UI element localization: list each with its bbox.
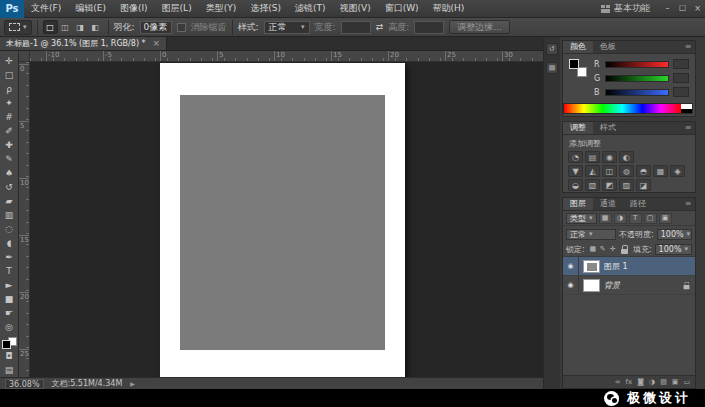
panel-menu-icon[interactable]: ≡ [681,122,695,134]
rectangle-tool[interactable]: ■ [0,292,18,306]
lock-all-icon[interactable] [621,245,628,254]
move-tool[interactable]: ✛ [0,54,18,68]
adjustment-icon[interactable]: ▧ [585,179,600,191]
document-page[interactable] [160,63,405,377]
brush-tool[interactable]: ✎ [0,152,18,166]
adjustment-icon[interactable]: ◈ [670,165,685,177]
quick-mask-mode-icon[interactable]: ◘ [0,349,18,363]
selection-mode-button[interactable]: ◧ [88,20,103,34]
lasso-tool[interactable]: ρ [0,82,18,96]
green-value-input[interactable] [673,73,689,83]
menu-item[interactable]: 滤镜(T) [288,0,333,17]
hand-tool[interactable]: ☛ [0,306,18,320]
height-input[interactable] [414,21,444,34]
green-slider[interactable] [605,75,669,82]
adjustment-icon[interactable]: ◉ [602,151,617,163]
menu-item[interactable]: 选择(S) [243,0,288,17]
menu-item[interactable]: 图像(I) [113,0,155,17]
layer-effects-icon[interactable]: fx [626,379,633,386]
visibility-eye-icon[interactable]: ◉ [563,276,579,294]
window-control-button[interactable]: – [660,0,675,17]
layer-row-background[interactable]: ◉ 背景 [563,276,695,295]
blend-mode-select[interactable]: 正常 ▾ [566,229,616,240]
horizontal-ruler[interactable]: -10-5051015202530 [30,51,543,62]
tab-color[interactable]: 颜色 [563,41,593,53]
tab-channels[interactable]: 通道 [593,198,623,210]
eraser-tool[interactable]: ▰ [0,194,18,208]
blue-slider[interactable] [605,89,669,96]
type-tool[interactable]: T [0,264,18,278]
layer-row-layer1[interactable]: ◉ 图层 1 [563,257,695,276]
layer-filter-icon[interactable]: ▢ [644,213,657,224]
width-input[interactable] [341,21,371,34]
vertical-ruler[interactable]: 051015202530 [19,62,30,377]
eyedropper-tool[interactable]: ✐ [0,124,18,138]
style-select[interactable]: 正常 ▾ [264,21,310,34]
feather-input[interactable]: 0像素 [140,21,172,34]
layer-name[interactable]: 背景 [604,280,620,291]
tab-swatches[interactable]: 色板 [593,41,623,53]
layer-group-icon[interactable]: ▧ [660,379,667,386]
new-layer-icon[interactable]: ▣ [672,379,679,386]
adjustment-layer-icon[interactable]: ◑ [649,379,655,386]
red-slider[interactable] [605,61,669,68]
ruler-origin-corner[interactable] [19,51,30,62]
refine-edge-button[interactable]: 调整边缘… [449,20,510,34]
tool-preset-picker[interactable]: ▾ [4,20,32,35]
adjustment-icon[interactable]: ◔ [568,151,583,163]
fill-select[interactable]: 100% ▾ [655,244,692,255]
layer-thumbnail[interactable] [583,279,600,292]
workspace-switcher[interactable]: 基本功能 [591,2,660,15]
color-spectrum[interactable] [564,104,681,113]
layer-mask-icon[interactable]: ◙ [637,379,644,386]
crop-tool[interactable]: # [0,110,18,124]
red-value-input[interactable] [673,59,689,69]
close-icon[interactable]: × [153,39,161,48]
layer-filter-icon[interactable]: ▦ [599,213,612,224]
rectangular-marquee-tool[interactable]: □ [0,68,18,82]
lock-option-icon[interactable]: ▦ [588,244,598,255]
window-control-button[interactable]: × [690,0,705,17]
menu-item[interactable]: 图层(L) [155,0,199,17]
opacity-select[interactable]: 100% ▾ [657,229,692,240]
layer-filter-icon[interactable]: ▣ [659,213,672,224]
adjustment-icon[interactable]: ▤ [585,151,600,163]
properties-panel-icon[interactable]: ▤ [546,62,558,74]
black-swatch[interactable] [681,109,692,114]
tab-paths[interactable]: 路径 [623,198,653,210]
status-options-arrow-icon[interactable]: ▶ [130,380,135,387]
blue-value-input[interactable] [673,87,689,97]
foreground-color-swatch[interactable] [569,59,579,69]
layer-thumbnail[interactable] [583,260,600,273]
lock-option-icon[interactable]: ✛ [608,244,618,255]
history-brush-tool[interactable]: ↺ [0,180,18,194]
ramp-white-black-end[interactable] [681,104,692,113]
adjustment-icon[interactable]: ◭ [585,165,600,177]
link-layers-icon[interactable]: ∞ [615,379,621,386]
adjustment-icon[interactable]: ◒ [568,179,583,191]
tab-layers[interactable]: 图层 [563,198,593,210]
pasteboard[interactable] [30,62,543,377]
color-ramp[interactable] [563,103,693,114]
adjustment-icon[interactable]: ◍ [619,165,634,177]
menu-item[interactable]: 帮助(H) [426,0,472,17]
panel-menu-icon[interactable]: ≡ [681,41,695,53]
gray-rectangle-layer[interactable] [180,95,385,350]
foreground-background-swatches[interactable] [0,339,19,347]
adjustment-icon[interactable]: ◐ [619,151,634,163]
menu-item[interactable]: 类型(Y) [199,0,244,17]
document-tab[interactable]: 未标题-1 @ 36.1% (图层 1, RGB/8) * × [0,37,167,50]
adjustment-icon[interactable]: ◪ [636,179,651,191]
visibility-eye-icon[interactable]: ◉ [563,257,579,275]
tab-styles[interactable]: 样式 [593,122,623,134]
history-panel-icon[interactable]: ↺ [546,43,558,55]
delete-layer-icon[interactable]: ▭ [683,379,690,386]
panel-menu-icon[interactable]: ≡ [681,198,695,210]
adjustment-icon[interactable]: ▼ [568,165,583,177]
window-control-button[interactable]: ☐ [675,0,690,17]
adjustment-icon[interactable]: ◫ [602,165,617,177]
swap-dimensions-icon[interactable]: ⇄ [376,22,384,32]
gradient-tool[interactable]: ▥ [0,208,18,222]
layer-filter-icon[interactable]: T [629,213,642,224]
menu-item[interactable]: 文件(F) [24,0,68,17]
